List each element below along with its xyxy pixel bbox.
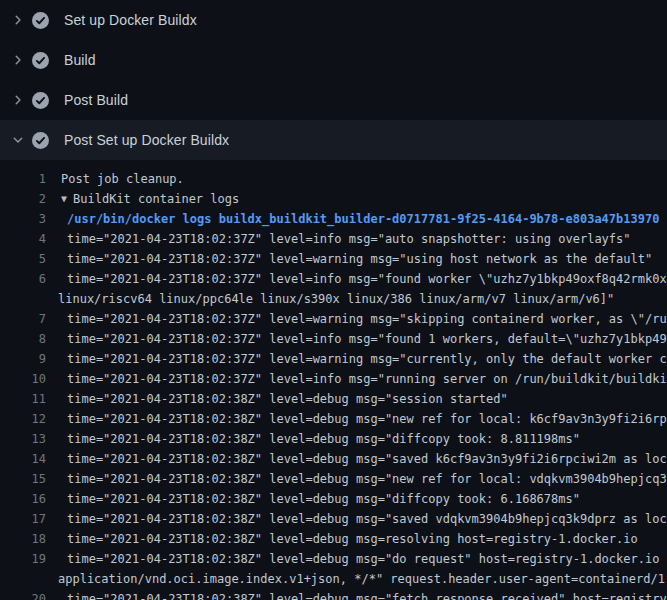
line-number[interactable]: 1 bbox=[0, 169, 46, 189]
line-number[interactable]: 13 bbox=[0, 429, 46, 449]
chevron-down-icon bbox=[10, 132, 26, 148]
step-header-post-build[interactable]: Post Build bbox=[0, 80, 667, 120]
log-line: 5time="2021-04-23T18:02:37Z" level=warni… bbox=[0, 249, 667, 269]
line-number[interactable]: 14 bbox=[0, 449, 46, 469]
log-area: 1Post job cleanup.2▼BuildKit container l… bbox=[0, 160, 667, 600]
line-number bbox=[0, 289, 46, 309]
log-text: time="2021-04-23T18:02:37Z" level=info m… bbox=[46, 369, 667, 389]
log-text: time="2021-04-23T18:02:38Z" level=debug … bbox=[46, 509, 667, 529]
line-number[interactable]: 6 bbox=[0, 269, 46, 289]
log-text: time="2021-04-23T18:02:37Z" level=warnin… bbox=[46, 249, 667, 269]
log-line: 4time="2021-04-23T18:02:37Z" level=info … bbox=[0, 229, 667, 249]
log-line: 8time="2021-04-23T18:02:37Z" level=info … bbox=[0, 329, 667, 349]
step-header-build[interactable]: Build bbox=[0, 40, 667, 80]
log-text: time="2021-04-23T18:02:37Z" level=warnin… bbox=[46, 309, 667, 329]
step-label: Set up Docker Buildx bbox=[64, 12, 197, 28]
log-line: 20time="2021-04-23T18:02:38Z" level=debu… bbox=[0, 589, 667, 600]
check-circle-icon bbox=[32, 52, 49, 69]
log-line: 1Post job cleanup. bbox=[0, 169, 667, 189]
step-label: Post Build bbox=[64, 92, 128, 108]
line-number[interactable]: 4 bbox=[0, 229, 46, 249]
log-line: 17time="2021-04-23T18:02:38Z" level=debu… bbox=[0, 509, 667, 529]
group-label[interactable]: BuildKit container logs bbox=[73, 192, 239, 206]
line-number[interactable]: 16 bbox=[0, 489, 46, 509]
log-text: time="2021-04-23T18:02:38Z" level=debug … bbox=[46, 429, 667, 449]
log-text: time="2021-04-23T18:02:38Z" level=debug … bbox=[46, 389, 667, 409]
log-line: 18time="2021-04-23T18:02:38Z" level=debu… bbox=[0, 529, 667, 549]
line-number[interactable]: 20 bbox=[0, 589, 46, 600]
log-text: time="2021-04-23T18:02:37Z" level=warnin… bbox=[46, 349, 667, 369]
log-line-continuation: linux/riscv64 linux/ppc64le linux/s390x … bbox=[0, 289, 667, 309]
step-label: Build bbox=[64, 52, 96, 68]
log-line: 2▼BuildKit container logs bbox=[0, 189, 667, 209]
line-number[interactable]: 19 bbox=[0, 549, 46, 569]
line-number[interactable]: 18 bbox=[0, 529, 46, 549]
check-circle-icon bbox=[32, 132, 49, 149]
log-text: time="2021-04-23T18:02:38Z" level=debug … bbox=[46, 529, 667, 549]
line-number[interactable]: 10 bbox=[0, 369, 46, 389]
log-line-continuation: application/vnd.oci.image.index.v1+json,… bbox=[0, 569, 667, 589]
check-circle-icon bbox=[32, 12, 49, 29]
log-line: 9time="2021-04-23T18:02:37Z" level=warni… bbox=[0, 349, 667, 369]
log-text: time="2021-04-23T18:02:38Z" level=debug … bbox=[46, 489, 667, 509]
actions-log-viewer: Set up Docker BuildxBuildPost BuildPost … bbox=[0, 0, 667, 600]
log-text: time="2021-04-23T18:02:37Z" level=info m… bbox=[46, 329, 667, 349]
chevron-right-icon bbox=[10, 12, 26, 28]
chevron-right-icon bbox=[10, 92, 26, 108]
log-text: time="2021-04-23T18:02:37Z" level=info m… bbox=[46, 229, 667, 249]
log-line: 16time="2021-04-23T18:02:38Z" level=debu… bbox=[0, 489, 667, 509]
line-number[interactable]: 11 bbox=[0, 389, 46, 409]
line-number[interactable]: 3 bbox=[0, 209, 46, 229]
step-header-set-up-docker-buildx[interactable]: Set up Docker Buildx bbox=[0, 0, 667, 40]
steps-list: Set up Docker BuildxBuildPost BuildPost … bbox=[0, 0, 667, 160]
log-line: 11time="2021-04-23T18:02:38Z" level=debu… bbox=[0, 389, 667, 409]
step-label: Post Set up Docker Buildx bbox=[64, 132, 229, 148]
log-line: 15time="2021-04-23T18:02:38Z" level=debu… bbox=[0, 469, 667, 489]
group-toggle-icon[interactable]: ▼ bbox=[61, 189, 67, 209]
log-line: 3/usr/bin/docker logs buildx_buildkit_bu… bbox=[0, 209, 667, 229]
log-text: Post job cleanup. bbox=[46, 169, 667, 189]
log-text: time="2021-04-23T18:02:38Z" level=debug … bbox=[46, 409, 667, 429]
log-text: time="2021-04-23T18:02:37Z" level=info m… bbox=[46, 269, 667, 289]
log-line: 14time="2021-04-23T18:02:38Z" level=debu… bbox=[0, 449, 667, 469]
log-text: application/vnd.oci.image.index.v1+json,… bbox=[46, 569, 667, 589]
line-number[interactable]: 15 bbox=[0, 469, 46, 489]
log-text: time="2021-04-23T18:02:38Z" level=debug … bbox=[46, 549, 667, 569]
step-header-post-set-up-docker-buildx[interactable]: Post Set up Docker Buildx bbox=[0, 120, 667, 160]
line-number[interactable]: 5 bbox=[0, 249, 46, 269]
log-line: 13time="2021-04-23T18:02:38Z" level=debu… bbox=[0, 429, 667, 449]
log-text: time="2021-04-23T18:02:38Z" level=debug … bbox=[46, 449, 667, 469]
line-number[interactable]: 12 bbox=[0, 409, 46, 429]
line-number[interactable]: 8 bbox=[0, 329, 46, 349]
line-number[interactable]: 17 bbox=[0, 509, 46, 529]
line-number[interactable]: 2 bbox=[0, 189, 46, 209]
log-line: 19time="2021-04-23T18:02:38Z" level=debu… bbox=[0, 549, 667, 569]
log-line: 10time="2021-04-23T18:02:37Z" level=info… bbox=[0, 369, 667, 389]
chevron-right-icon bbox=[10, 52, 26, 68]
log-text: time="2021-04-23T18:02:38Z" level=debug … bbox=[46, 589, 667, 600]
line-number bbox=[0, 569, 46, 589]
log-line: 12time="2021-04-23T18:02:38Z" level=debu… bbox=[0, 409, 667, 429]
line-number[interactable]: 7 bbox=[0, 309, 46, 329]
log-text: time="2021-04-23T18:02:38Z" level=debug … bbox=[46, 469, 667, 489]
check-circle-icon bbox=[32, 92, 49, 109]
log-text[interactable]: ▼BuildKit container logs bbox=[46, 189, 667, 209]
line-number[interactable]: 9 bbox=[0, 349, 46, 369]
command-text: /usr/bin/docker logs buildx_buildkit_bui… bbox=[46, 209, 667, 229]
log-text: linux/riscv64 linux/ppc64le linux/s390x … bbox=[46, 289, 667, 309]
log-line: 6time="2021-04-23T18:02:37Z" level=info … bbox=[0, 269, 667, 289]
log-line: 7time="2021-04-23T18:02:37Z" level=warni… bbox=[0, 309, 667, 329]
